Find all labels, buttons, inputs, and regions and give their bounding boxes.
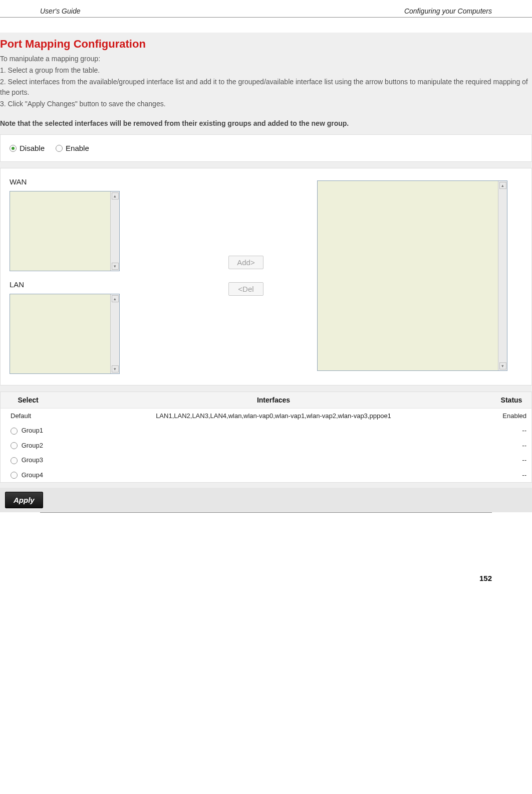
col-status: Status [491, 392, 531, 409]
intro-step-3: 3. Click "Apply Changes" button to save … [0, 99, 532, 110]
row-interfaces [56, 453, 491, 468]
row-interfaces [56, 423, 491, 438]
radio-icon [56, 145, 63, 152]
scrollbar[interactable]: ▴ ▾ [110, 294, 119, 373]
radio-icon[interactable] [11, 428, 18, 435]
col-interfaces: Interfaces [56, 392, 491, 409]
row-status: Enabled [491, 409, 531, 424]
page-number: 152 [0, 514, 532, 592]
intro-step-1: 1. Select a group from the table. [0, 65, 532, 77]
intro-step-2: 2. Select interfaces from the available/… [0, 77, 532, 99]
scroll-up-icon[interactable]: ▴ [112, 192, 119, 200]
scrollbar[interactable]: ▴ ▾ [110, 191, 119, 271]
scroll-down-icon[interactable]: ▾ [112, 365, 119, 372]
radio-icon[interactable] [11, 457, 18, 464]
row-interfaces [56, 468, 491, 483]
scroll-down-icon[interactable]: ▾ [499, 362, 506, 369]
header-right: Configuring your Computers [404, 7, 492, 15]
scroll-down-icon[interactable]: ▾ [112, 263, 119, 270]
table-row: Group4 -- [1, 468, 531, 483]
table-row: Group2 -- [1, 438, 531, 453]
row-status: -- [491, 438, 531, 453]
scrollbar[interactable]: ▴ ▾ [498, 181, 507, 370]
row-status: -- [491, 468, 531, 483]
intro-note: Note that the selected interfaces will b… [0, 110, 532, 134]
radio-enable-label: Enable [66, 144, 89, 152]
radio-icon [10, 145, 17, 152]
enable-panel: Disable Enable [0, 134, 532, 162]
scroll-up-icon[interactable]: ▴ [499, 182, 506, 189]
scroll-up-icon[interactable]: ▴ [112, 295, 119, 302]
row-status: -- [491, 453, 531, 468]
table-row: Group1 -- [1, 423, 531, 438]
radio-icon[interactable] [11, 442, 18, 449]
header-left: User's Guide [40, 7, 80, 15]
grouped-listbox[interactable]: ▴ ▾ [317, 180, 507, 371]
row-select[interactable]: Group1 [22, 427, 43, 434]
radio-disable[interactable]: Disable [10, 144, 45, 152]
radio-icon[interactable] [11, 472, 18, 479]
radio-enable[interactable]: Enable [56, 144, 89, 152]
row-interfaces: LAN1,LAN2,LAN3,LAN4,wlan,wlan-vap0,wlan-… [56, 409, 491, 424]
lan-label: LAN [10, 280, 175, 294]
del-button[interactable]: <Del [228, 282, 263, 296]
apply-bar: Apply [0, 488, 532, 512]
interface-panel: WAN ▴ ▾ LAN ▴ ▾ [0, 168, 532, 385]
table-row: Default LAN1,LAN2,LAN3,LAN4,wlan,wlan-va… [1, 409, 531, 424]
add-button[interactable]: Add> [228, 256, 263, 269]
row-status: -- [491, 423, 531, 438]
row-select[interactable]: Group2 [22, 442, 43, 449]
intro-lead: To manipulate a mapping group: [0, 54, 532, 65]
row-interfaces [56, 438, 491, 453]
wan-listbox[interactable]: ▴ ▾ [10, 191, 120, 271]
apply-button[interactable]: Apply [5, 492, 43, 508]
wan-label: WAN [10, 177, 175, 191]
groups-table: Select Interfaces Status Default LAN1,LA… [1, 392, 531, 482]
row-select[interactable]: Group4 [22, 471, 43, 479]
table-row: Group3 -- [1, 453, 531, 468]
radio-disable-label: Disable [20, 144, 45, 152]
row-select: Default [1, 409, 56, 424]
lan-listbox[interactable]: ▴ ▾ [10, 294, 120, 374]
row-select[interactable]: Group3 [22, 456, 43, 464]
col-select: Select [1, 392, 56, 409]
groups-table-panel: Select Interfaces Status Default LAN1,LA… [0, 391, 532, 483]
page-title: Port Mapping Configuration [0, 36, 532, 54]
